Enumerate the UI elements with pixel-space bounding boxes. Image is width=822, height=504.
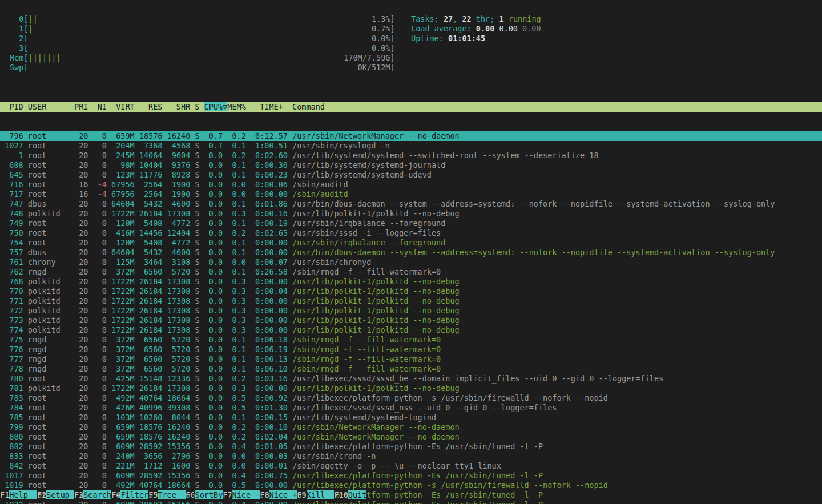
process-row-761[interactable]: 761 chrony 20 0 125M 3464 3108 S 0.0 0.0…: [0, 257, 822, 267]
cell-s: S: [190, 461, 199, 470]
cell-ni: 0: [88, 306, 107, 315]
process-row-1019[interactable]: 1019 root 20 0 492M 40764 18664 S 0.0 0.…: [0, 481, 822, 490]
cell-cmd: /sbin/agetty -o -p -- \u --noclear tty1 …: [288, 461, 501, 470]
cell-pid: 717: [0, 189, 23, 199]
cell-shr: 17308: [163, 384, 191, 393]
process-row-773[interactable]: 773 polkitd 20 0 1722M 26184 17308 S 0.0…: [0, 316, 822, 325]
process-row-785[interactable]: 785 root 20 0 103M 10260 8044 S 0.0 0.1 …: [0, 413, 822, 422]
function-key-bar: F1Help F2Setup F3SearchF4FilterF5Tree F6…: [0, 490, 822, 500]
fn-f8-button[interactable]: F8Nice +: [260, 490, 297, 499]
process-row-645[interactable]: 645 root 20 0 123M 11776 8928 S 0.0 0.1 …: [0, 170, 822, 180]
cell-time: 0:00.00: [246, 277, 288, 286]
cell-ni: 0: [88, 287, 107, 296]
cell-pri: 20: [70, 277, 88, 286]
process-row-777[interactable]: 777 rngd 20 0 372M 6560 5720 S 0.0 0.1 0…: [0, 354, 822, 364]
process-row-757[interactable]: 757 dbus 20 0 64604 5432 4600 S 0.0 0.1 …: [0, 248, 822, 257]
fn-f7-button[interactable]: F7Nice -: [223, 490, 260, 499]
cell-virt: 123M: [107, 170, 135, 179]
process-row-749[interactable]: 749 root 20 0 120M 5408 4772 S 0.0 0.1 0…: [0, 219, 822, 228]
cell-res: 6560: [135, 364, 163, 373]
cell-time: 0:00.00: [246, 306, 288, 315]
cell-user: root: [23, 228, 70, 237]
process-row-778[interactable]: 778 rngd 20 0 372M 6560 5720 S 0.0 0.1 0…: [0, 364, 822, 374]
cell-cmd: /usr/libexec/sssd/sssd_be --domain impli…: [288, 374, 663, 383]
cell-mem: 0.3: [223, 325, 246, 334]
cell-shr: 15356: [163, 500, 191, 504]
cell-s: S: [190, 471, 199, 480]
fn-f9-button[interactable]: F9Kill: [297, 490, 334, 499]
process-row-1027[interactable]: 1027 root 20 0 204M 7368 4568 S 0.7 0.1 …: [0, 141, 822, 151]
process-row-783[interactable]: 783 root 20 0 492M 40764 18664 S 0.0 0.5…: [0, 393, 822, 403]
cell-res: 26184: [135, 296, 163, 305]
process-row-833[interactable]: 833 root 20 0 240M 3656 2796 S 0.0 0.0 0…: [0, 451, 822, 461]
process-row-770[interactable]: 770 polkitd 20 0 1722M 26184 17308 S 0.0…: [0, 287, 822, 296]
process-row-774[interactable]: 774 polkitd 20 0 1722M 26184 17308 S 0.0…: [0, 325, 822, 335]
cell-cmd: /sbin/rngd -f --fill-watermark=0: [288, 354, 441, 364]
fn-f2-button[interactable]: F2Setup: [37, 490, 74, 499]
process-row-796[interactable]: 796 root 20 0 659M 18576 16240 S 0.7 0.2…: [0, 131, 822, 141]
cell-pri: 20: [70, 170, 88, 179]
process-row-802[interactable]: 802 root 20 0 609M 28592 15356 S 0.0 0.4…: [0, 442, 822, 451]
process-row-754[interactable]: 754 root 20 0 120M 5408 4772 S 0.0 0.1 0…: [0, 238, 822, 248]
cell-pid: 768: [0, 277, 23, 286]
cell-virt: 1722M: [107, 316, 135, 325]
process-row-747[interactable]: 747 dbus 20 0 64604 5432 4600 S 0.0 0.1 …: [0, 199, 822, 209]
cell-cmd: /usr/libexec/platform-python -s /usr/sbi…: [288, 393, 608, 402]
process-row-608[interactable]: 608 root 20 0 98M 10404 9376 S 0.0 0.1 0…: [0, 160, 822, 170]
process-row-784[interactable]: 784 root 20 0 426M 40996 39308 S 0.0 0.5…: [0, 403, 822, 413]
cell-cpu: 0.7: [200, 131, 223, 140]
cell-cmd: /usr/sbin/NetworkManager --no-daemon: [288, 432, 460, 441]
meter-cpu2: 2[ 0.0%]: [10, 34, 395, 43]
fn-f5-button[interactable]: F5Tree: [148, 490, 186, 499]
tasks-line: Tasks: 27, 22 thr; 1 running: [411, 14, 541, 24]
process-row-750[interactable]: 750 root 20 0 416M 14456 12404 S 0.0 0.2…: [0, 228, 822, 238]
cell-s: S: [190, 219, 199, 228]
cell-time: 0:00.75: [246, 471, 288, 480]
cell-pri: 20: [70, 345, 88, 354]
cell-s: S: [190, 277, 199, 286]
process-row-748[interactable]: 748 polkitd 20 0 1722M 26184 17308 S 0.0…: [0, 209, 822, 219]
cell-pid: 833: [0, 451, 23, 461]
process-row-842[interactable]: 842 root 20 0 221M 1712 1600 S 0.0 0.0 0…: [0, 461, 822, 471]
cell-shr: 17308: [163, 287, 191, 296]
process-row-800[interactable]: 800 root 20 0 659M 18576 16240 S 0.0 0.2…: [0, 432, 822, 442]
fn-f6-button[interactable]: F6SortBy: [186, 490, 223, 499]
cell-pid: 776: [0, 345, 23, 354]
meter-mem: Mem[||||||| 170M/7.59G]: [10, 53, 395, 63]
cell-cmd: /usr/lib/polkit-1/polkitd --no-debug: [288, 325, 460, 334]
process-row-1017[interactable]: 1017 root 20 0 609M 28592 15356 S 0.0 0.…: [0, 471, 822, 481]
process-row-772[interactable]: 772 polkitd 20 0 1722M 26184 17308 S 0.0…: [0, 306, 822, 316]
fn-f1-button[interactable]: F1Help: [0, 490, 37, 499]
cell-cmd: /usr/lib/polkit-1/polkitd --no-debug: [288, 316, 460, 325]
fn-f3-button[interactable]: F3Search: [74, 490, 111, 499]
process-row-762[interactable]: 762 rngd 20 0 372M 6560 5720 S 0.0 0.1 0…: [0, 267, 822, 277]
cell-s: S: [190, 403, 199, 412]
process-row-780[interactable]: 780 root 20 0 425M 15148 12336 S 0.0 0.2…: [0, 374, 822, 384]
cell-cmd: /usr/libexec/platform-python -Es /usr/sb…: [288, 471, 543, 480]
fn-f10-button[interactable]: F10Quit: [334, 490, 366, 499]
process-table-header[interactable]: PID USER PRI NI VIRT RES SHR S CPU%▽MEM%…: [0, 102, 822, 112]
meter-swp: Swp[ 0K/512M]: [10, 63, 395, 72]
process-row-799[interactable]: 799 root 20 0 659M 18576 16240 S 0.0 0.2…: [0, 422, 822, 432]
process-row-781[interactable]: 781 polkitd 20 0 1722M 26184 17308 S 0.0…: [0, 384, 822, 393]
process-row-1[interactable]: 1 root 20 0 245M 14064 9604 S 0.0 0.2 0:…: [0, 151, 822, 160]
cell-pri: 20: [70, 413, 88, 422]
fn-f4-button[interactable]: F4Filter: [111, 490, 148, 499]
cell-pri: 20: [70, 432, 88, 441]
process-row-771[interactable]: 771 polkitd 20 0 1722M 26184 17308 S 0.0…: [0, 296, 822, 306]
cell-time: 0:12.57: [246, 131, 288, 140]
process-row-717[interactable]: 717 root 16 -4 67956 2564 1900 S 0.0 0.0…: [0, 189, 822, 199]
cell-virt: 609M: [107, 471, 135, 480]
process-row-768[interactable]: 768 polkitd 20 0 1722M 26184 17308 S 0.0…: [0, 277, 822, 287]
cell-virt: 425M: [107, 374, 135, 383]
cell-cmd: /usr/lib/systemd/systemd --switched-root…: [288, 151, 599, 160]
process-row-776[interactable]: 776 rngd 20 0 372M 6560 5720 S 0.0 0.1 0…: [0, 345, 822, 354]
cell-res: 10404: [135, 160, 163, 170]
cell-shr: 16240: [163, 432, 191, 441]
process-row-1022[interactable]: 1022 root 20 0 609M 28592 15356 S 0.0 0.…: [0, 500, 822, 504]
process-row-716[interactable]: 716 root 16 -4 67956 2564 1900 S 0.0 0.0…: [0, 180, 822, 189]
cell-res: 26184: [135, 277, 163, 286]
sort-column-cpu[interactable]: CPU%▽: [204, 102, 228, 111]
cell-shr: 17308: [163, 316, 191, 325]
process-row-775[interactable]: 775 rngd 20 0 372M 6560 5720 S 0.0 0.1 0…: [0, 335, 822, 345]
